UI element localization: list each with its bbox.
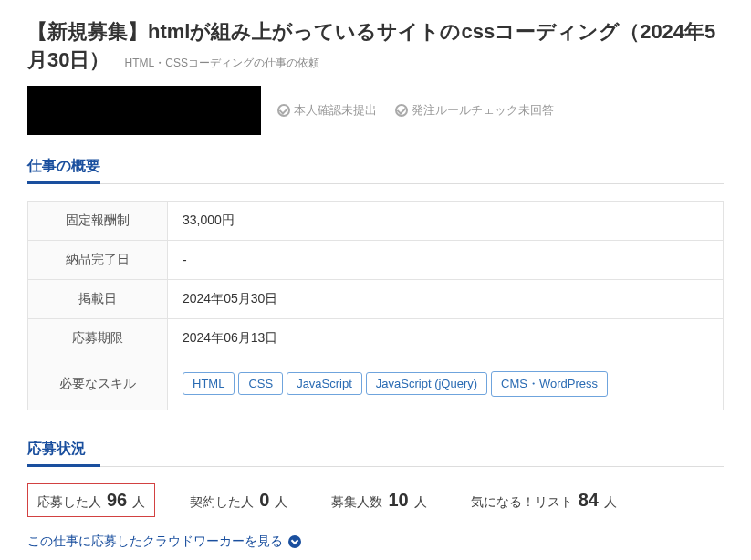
delivery-label: 納品完了日 <box>28 240 168 279</box>
stats-row: 応募した人 96 人 契約した人 0 人 募集人数 10 人 気になる！リスト … <box>27 483 724 517</box>
skills-label: 必要なスキル <box>28 358 168 410</box>
identity-status: 本人確認未提出 <box>277 102 377 119</box>
payment-type-label: 固定報酬制 <box>28 201 168 240</box>
chevron-down-icon <box>288 535 301 548</box>
stat-applied: 応募した人 96 人 <box>27 483 155 517</box>
skill-tag[interactable]: CSS <box>238 372 283 395</box>
section-application-title: 応募状況 <box>27 440 724 467</box>
deadline-label: 応募期限 <box>28 318 168 358</box>
subtitle-text: HTML・CSSコーディングの仕事の依頼 <box>125 57 319 69</box>
skill-tag[interactable]: CMS・WordPress <box>491 371 608 397</box>
posted-label: 掲載日 <box>28 279 168 318</box>
stat-contracted: 契約した人 0 人 <box>181 484 297 516</box>
payment-value: 33,000円 <box>168 201 724 240</box>
skill-tag[interactable]: JavaScript (jQuery) <box>366 372 487 395</box>
stat-slots: 募集人数 10 人 <box>322 484 435 516</box>
overview-table: 固定報酬制 33,000円 納品完了日 - 掲載日 2024年05月30日 応募… <box>27 201 724 410</box>
skills-cell: HTMLCSSJavaScriptJavaScript (jQuery)CMS・… <box>168 358 724 410</box>
check-icon <box>395 104 408 117</box>
skill-tag[interactable]: HTML <box>183 372 235 395</box>
status-row: 本人確認未提出 発注ルールチェック未回答 <box>277 102 554 119</box>
client-row: 本人確認未提出 発注ルールチェック未回答 <box>27 86 724 135</box>
stat-favorites: 気になる！リスト 84 人 <box>462 484 626 516</box>
skill-tag[interactable]: JavaScript <box>287 372 362 395</box>
rulecheck-status: 発注ルールチェック未回答 <box>395 102 554 119</box>
view-applicants-link[interactable]: この仕事に応募したクラウドワーカーを見る <box>27 534 301 550</box>
section-overview-title: 仕事の概要 <box>27 157 724 184</box>
check-icon <box>277 104 290 117</box>
posted-value: 2024年05月30日 <box>168 279 724 318</box>
delivery-value: - <box>168 240 724 279</box>
page-title: 【新規募集】htmlが組み上がっているサイトのcssコーディング（2024年5月… <box>27 18 724 75</box>
deadline-value: 2024年06月13日 <box>168 318 724 358</box>
client-redacted-block <box>27 86 261 135</box>
